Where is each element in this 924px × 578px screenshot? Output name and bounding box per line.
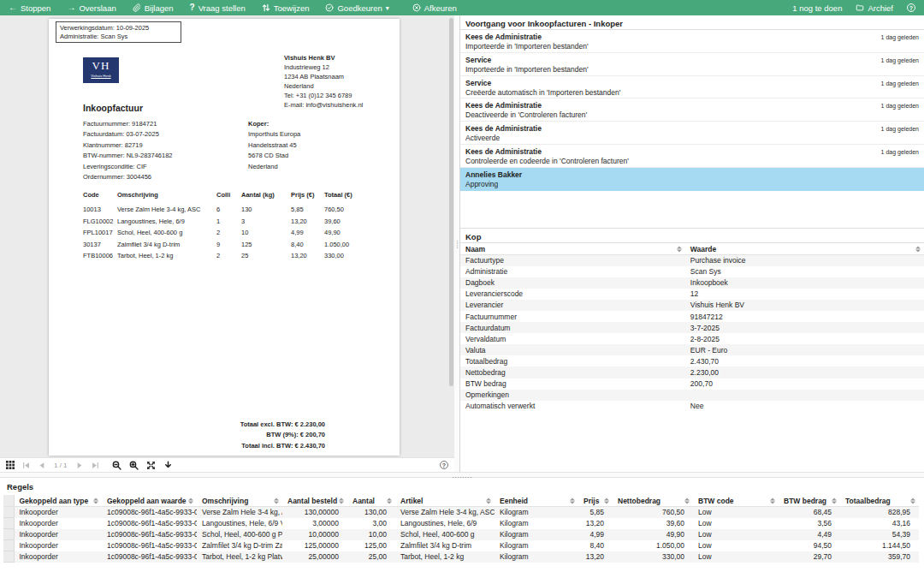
- previous-page-icon[interactable]: [38, 462, 45, 469]
- buyer-line: 5678 CD Stad: [248, 151, 300, 161]
- cell-btw-code: Low: [693, 529, 779, 540]
- bijlagen-button[interactable]: Bijlagen: [133, 3, 174, 13]
- kop-row[interactable]: Totaalbedrag 2.430,70: [460, 355, 924, 366]
- regels-column-label: Totaalbedrag: [845, 497, 891, 505]
- invoice-detail-line: BTW-nummer: NL9-283746182: [83, 151, 173, 161]
- cell-gekoppeld-waarde: 1c09008c-96f1-4a5c-9933-019…: [102, 507, 197, 518]
- download-icon[interactable]: [163, 461, 173, 470]
- regels-row[interactable]: Inkooporder 1c09008c-96f1-4a5c-9933-019……: [3, 529, 919, 540]
- zoom-in-icon[interactable]: [129, 461, 139, 470]
- regels-row[interactable]: Inkooporder 1c09008c-96f1-4a5c-9933-019……: [3, 551, 919, 563]
- cell-btw-code: Low: [693, 518, 779, 529]
- next-page-icon[interactable]: [76, 462, 84, 469]
- regels-column-header[interactable]: Prijs: [578, 495, 613, 507]
- regels-column-header[interactable]: Totaalbedrag: [840, 495, 919, 507]
- row-selector-header: [3, 495, 14, 507]
- row-selector[interactable]: [3, 540, 14, 551]
- cell-code: 10013: [83, 204, 117, 216]
- overslaan-button[interactable]: Overslaan: [67, 3, 116, 13]
- kop-header-waarde[interactable]: Waarde: [685, 243, 924, 255]
- activity-entry-current: Annelies Bakker Approving: [460, 168, 924, 191]
- row-selector[interactable]: [3, 507, 14, 518]
- row-selector[interactable]: [3, 529, 14, 540]
- regels-column-header[interactable]: BTW code: [693, 495, 779, 507]
- cell-gekoppeld-waarde: 1c09008c-96f1-4a5c-9933-019…: [102, 529, 197, 540]
- vraag-stellen-button[interactable]: Vraag stellen: [190, 3, 246, 13]
- regels-column-label: Nettobedrag: [618, 497, 660, 505]
- kop-header-naam[interactable]: Naam: [460, 243, 685, 255]
- regels-row[interactable]: Inkooporder 1c09008c-96f1-4a5c-9933-019……: [3, 518, 919, 529]
- kop-row[interactable]: Dagboek Inkoopboek: [460, 277, 924, 289]
- cell-aantal: 10: [241, 227, 291, 239]
- stoppen-button[interactable]: Stoppen: [9, 3, 50, 13]
- kop-row[interactable]: Vervaldatum 2-8-2025: [460, 333, 924, 344]
- kop-cell-waarde: Vishuis Henk BV: [685, 300, 924, 311]
- zoom-out-icon[interactable]: [112, 461, 121, 470]
- cell-prijs: 8,40: [291, 239, 324, 251]
- cell-aantal-besteld: 125,00000: [282, 540, 347, 551]
- document-viewer: Verwerkingsdatum: 10-09-2025 Administrat…: [0, 15, 454, 472]
- kop-row[interactable]: Factuurdatum 3-7-2025: [460, 322, 924, 333]
- kop-row[interactable]: BTW bedrag 200,70: [460, 378, 924, 390]
- regels-column-header[interactable]: Omschrijving: [197, 495, 282, 507]
- cell-totaal: 330,00: [324, 250, 384, 262]
- kop-row[interactable]: Opmerkingen: [460, 390, 924, 401]
- regels-column-header[interactable]: BTW bedrag: [779, 495, 840, 507]
- viewer-help-icon[interactable]: ?: [440, 461, 448, 469]
- kop-row[interactable]: Nettobedrag 2.230,00: [460, 366, 924, 378]
- regels-row[interactable]: Inkooporder 1c09008c-96f1-4a5c-9933-019……: [3, 540, 919, 551]
- afkeuren-button[interactable]: Afkeuren: [412, 3, 457, 13]
- kop-cell-waarde: EUR - Euro: [685, 344, 924, 355]
- fit-to-screen-icon[interactable]: [146, 461, 156, 470]
- archief-button[interactable]: Archief: [856, 3, 893, 13]
- sort-icon: [570, 498, 575, 504]
- activity-time: 1 dag geleden: [881, 149, 919, 155]
- cell-artikel: Tarbot, Heel, 1-2 kg: [395, 551, 495, 563]
- row-selector[interactable]: [3, 551, 14, 563]
- activity-user: Service: [465, 79, 919, 88]
- regels-column-header[interactable]: Eenheid: [495, 495, 578, 507]
- chevron-down-icon[interactable]: [386, 3, 389, 12]
- regels-column-header[interactable]: Aantal: [347, 495, 395, 507]
- col-omschrijving: Omschrijving: [117, 191, 216, 204]
- activity-time: 1 dag geleden: [881, 126, 919, 132]
- regels-column-label: BTW bedrag: [784, 497, 826, 505]
- kop-cell-naam: Vervaldatum: [460, 333, 685, 344]
- help-icon[interactable]: ?: [907, 3, 915, 12]
- first-page-icon[interactable]: [22, 462, 30, 469]
- row-selector[interactable]: [3, 518, 14, 529]
- regels-row[interactable]: Inkooporder 1c09008c-96f1-4a5c-9933-019……: [3, 507, 919, 518]
- cell-eenheid: Kilogram: [495, 507, 578, 518]
- kop-row[interactable]: Valuta EUR - Euro: [460, 344, 924, 355]
- last-page-icon[interactable]: [92, 462, 99, 469]
- activity-feed: 1 dag geleden Kees de Administratie Impo…: [460, 30, 924, 168]
- regels-column-label: Gekoppeld aan waarde: [107, 497, 187, 505]
- scrollbar-thumb[interactable]: [449, 18, 453, 386]
- regels-section: Regels Gekoppeld aan typeGekoppeld aan w…: [0, 478, 924, 578]
- kop-row[interactable]: Factuurtype Purchase invoice: [460, 255, 924, 266]
- cell-omschrijving: Langoustines, Hele, 6/9 Vis: [197, 518, 282, 529]
- kop-row[interactable]: Automatisch verwerkt Nee: [460, 401, 924, 412]
- cell-aantal: 3,00: [347, 518, 395, 529]
- panel-splitter-horizontal[interactable]: [0, 472, 924, 478]
- toewijzen-button[interactable]: Toewijzen: [262, 3, 310, 13]
- thumbnails-grid-icon[interactable]: [6, 461, 15, 469]
- cell-gekoppeld-waarde: 1c09008c-96f1-4a5c-9933-019…: [102, 540, 197, 551]
- kop-row[interactable]: Leverancier Vishuis Henk BV: [460, 300, 924, 311]
- regels-column-header[interactable]: Gekoppeld aan waarde: [102, 495, 197, 507]
- regels-column-header[interactable]: Artikel: [395, 495, 495, 507]
- activity-time: 1 dag geleden: [881, 57, 919, 63]
- invoice-total-line: BTW (9%): € 200,70: [240, 430, 325, 440]
- goedkeuren-button[interactable]: Goedkeuren: [325, 3, 388, 13]
- buyer-lines: Importhuis EuropaHandelsstraat 455678 CD…: [248, 129, 300, 172]
- kop-row[interactable]: Factuurnummer 91847212: [460, 311, 924, 322]
- regels-column-header[interactable]: Gekoppeld aan type: [14, 495, 102, 507]
- kop-row[interactable]: Administratie Scan Sys: [460, 266, 924, 277]
- toewijzen-label: Toewijzen: [274, 3, 310, 13]
- activity-entry: 1 dag geleden Service Importeerde in 'Im…: [460, 53, 924, 76]
- regels-column-header[interactable]: Nettobedrag: [613, 495, 693, 507]
- regels-column-header[interactable]: Aantal besteld: [282, 495, 347, 507]
- activity-entry: 1 dag geleden Service Creëerde automatis…: [460, 76, 924, 99]
- kop-row[interactable]: Leverancierscode 12: [460, 289, 924, 300]
- cell-eenheid: Kilogram: [495, 551, 578, 563]
